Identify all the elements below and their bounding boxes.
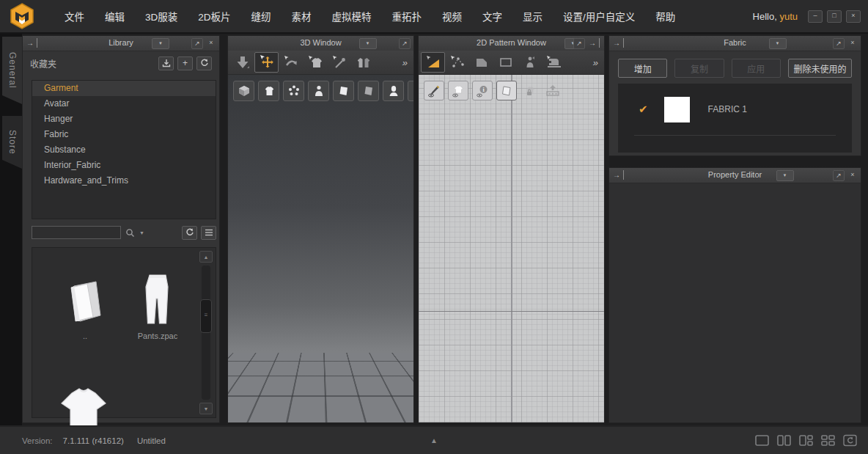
menu-material[interactable]: 素材 <box>282 4 322 28</box>
fabric-check-icon[interactable]: ✔ <box>639 103 648 116</box>
float-panel-icon[interactable]: ↗ <box>573 38 585 49</box>
scroll-down-icon[interactable]: ▼ <box>199 403 213 414</box>
show-pattern-outline-icon[interactable] <box>496 81 517 100</box>
folder-item-avatar[interactable]: Avatar <box>32 96 216 111</box>
collapse-arrow-icon[interactable]: → <box>613 38 624 48</box>
toolbar-overflow-icon[interactable]: » <box>402 57 411 68</box>
scrollbar-thumb[interactable]: ≡ <box>200 299 212 333</box>
maximize-button[interactable]: □ <box>827 10 842 23</box>
select-move-tool[interactable] <box>254 52 279 73</box>
add-favorite-icon[interactable]: + <box>177 56 193 70</box>
fabric-copy-button[interactable]: 复制 <box>674 59 724 78</box>
menu-retopology[interactable]: 重拓扑 <box>382 4 433 28</box>
property-editor-menu-dropdown[interactable]: ▼ <box>776 170 794 181</box>
refresh-files-icon[interactable] <box>182 226 197 240</box>
select-garment-tool[interactable] <box>303 52 327 73</box>
arrange-clothes-tool[interactable] <box>351 52 375 73</box>
folder-item-hanger[interactable]: Hanger <box>32 111 216 127</box>
menu-display[interactable]: 显示 <box>512 4 553 28</box>
create-polygon-tool[interactable] <box>469 52 493 73</box>
menu-video[interactable]: 视频 <box>432 4 472 28</box>
fabric-list-item[interactable]: ✔ FABRIC 1 <box>618 84 852 135</box>
refresh-favorites-icon[interactable] <box>196 56 212 70</box>
sewing-machine-tool[interactable] <box>542 52 566 73</box>
menu-avatar[interactable]: 虚拟模特 <box>322 4 382 28</box>
measure-board-icon[interactable] <box>543 81 562 100</box>
layout-single-icon[interactable] <box>754 434 770 447</box>
folder-item-garment[interactable]: Garment <box>32 81 216 96</box>
menu-settings[interactable]: 设置/用户自定义 <box>553 4 645 28</box>
search-options-caret-icon[interactable]: ▼ <box>139 230 144 235</box>
create-rectangle-tool[interactable] <box>493 52 518 73</box>
library-search-input[interactable] <box>32 226 121 239</box>
3d-window-panel: 3D Window ▼ ↗ » <box>227 35 414 423</box>
folder-item-fabric[interactable]: Fabric <box>32 127 216 142</box>
show-pattern-info-icon[interactable]: i <box>472 81 493 100</box>
folder-item-interior-fabric[interactable]: Interior_Fabric <box>32 158 216 173</box>
show-avatar-icon[interactable] <box>308 81 329 101</box>
folder-item-substance[interactable]: Substance <box>32 142 216 158</box>
view-mode-icon[interactable] <box>201 226 216 240</box>
toolbar-overflow-icon[interactable]: » <box>593 57 602 68</box>
collapse-arrow-icon[interactable]: → <box>26 38 37 48</box>
fabric-menu-dropdown[interactable]: ▼ <box>769 38 787 49</box>
menu-text[interactable]: 文字 <box>472 4 512 28</box>
menu-help[interactable]: 帮助 <box>645 4 685 28</box>
menu-sewing[interactable]: 缝纫 <box>241 4 282 28</box>
show-internal-lines-icon[interactable] <box>283 81 304 101</box>
add-library-path-icon[interactable] <box>158 56 174 70</box>
show-garment-thumbnail-icon[interactable] <box>448 81 468 100</box>
show-cloth-a-icon[interactable] <box>333 81 354 101</box>
close-panel-icon[interactable]: × <box>847 170 858 180</box>
fabric-add-button[interactable]: 增加 <box>618 59 667 78</box>
pin-tool[interactable] <box>327 52 351 73</box>
show-cloth-b-icon[interactable] <box>358 81 379 101</box>
lock-garment-icon[interactable] <box>521 81 540 100</box>
file-item-pants[interactable]: Pants.zpac <box>125 273 191 340</box>
3d-viewport[interactable] <box>228 75 413 422</box>
show-gizmo-icon[interactable] <box>233 81 254 101</box>
library-menu-dropdown[interactable]: ▼ <box>152 38 169 49</box>
show-avatar-silhouette-tool[interactable] <box>518 52 542 73</box>
file-browser-scrollbar[interactable]: ▲ ≡ ▼ <box>199 251 213 414</box>
scroll-up-icon[interactable]: ▲ <box>199 251 213 263</box>
username-link[interactable]: yutu <box>779 11 798 22</box>
folder-item-hardware-and-trims[interactable]: Hardware_and_Trims <box>32 173 216 188</box>
menu-file[interactable]: 文件 <box>54 4 95 28</box>
gizmo-mode-tool[interactable] <box>230 52 254 73</box>
close-button[interactable]: × <box>846 10 861 23</box>
show-garment-icon[interactable] <box>258 81 279 101</box>
file-item-parent-folder[interactable]: .. <box>53 279 117 340</box>
collapse-arrow-icon[interactable]: → <box>589 38 600 48</box>
transform-pattern-tool[interactable] <box>421 52 445 73</box>
close-panel-icon[interactable]: × <box>206 38 216 48</box>
close-panel-icon[interactable]: × <box>847 38 858 48</box>
layout-reset-icon[interactable] <box>842 434 858 447</box>
fabric-swatch[interactable] <box>664 97 690 122</box>
show-bust-icon[interactable] <box>383 81 404 101</box>
layout-quad-icon[interactable] <box>820 434 836 447</box>
statusbar-expand-icon[interactable]: ▲ <box>430 436 438 444</box>
edit-pattern-tool[interactable] <box>445 52 469 73</box>
collapse-arrow-icon[interactable]: → <box>613 170 624 180</box>
menu-3d-garment[interactable]: 3D服装 <box>135 4 188 28</box>
float-panel-icon[interactable]: ↗ <box>833 170 845 181</box>
menu-2d-pattern[interactable]: 2D板片 <box>188 4 240 28</box>
fabric-delete-unused-button[interactable]: 删除未使用的 <box>788 59 852 78</box>
rotate-view-tool[interactable] <box>279 52 303 73</box>
float-panel-icon[interactable]: ↗ <box>399 38 411 49</box>
search-icon[interactable] <box>125 228 135 238</box>
minimize-button[interactable]: – <box>808 10 823 23</box>
2d-viewport[interactable]: i <box>419 75 604 422</box>
layout-mixed-icon[interactable] <box>798 434 814 447</box>
tab-store[interactable]: Store <box>2 116 22 169</box>
tab-general[interactable]: General <box>2 37 22 104</box>
3d-window-menu-dropdown[interactable]: ▼ <box>359 38 377 49</box>
float-panel-icon[interactable]: ↗ <box>833 38 845 49</box>
layout-two-pane-icon[interactable] <box>776 434 792 447</box>
menu-edit[interactable]: 编辑 <box>95 4 135 28</box>
fabric-apply-button[interactable]: 应用 <box>732 59 781 78</box>
show-wireframe-globe-icon[interactable] <box>408 81 413 101</box>
show-stitches-icon[interactable] <box>424 81 444 100</box>
float-panel-icon[interactable]: ↗ <box>191 38 203 49</box>
